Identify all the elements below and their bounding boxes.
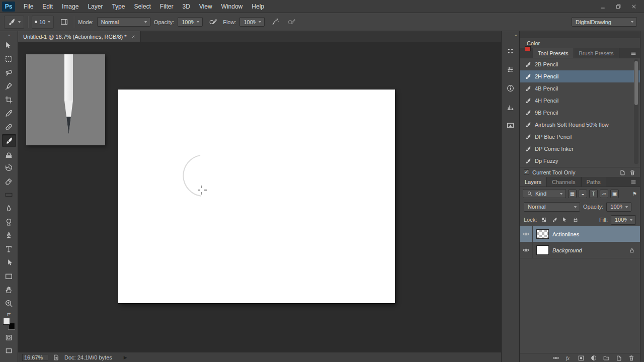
restore-button[interactable]: [611, 2, 625, 11]
menu-view[interactable]: View: [195, 0, 217, 13]
current-tool-only-checkbox[interactable]: ✓: [524, 169, 529, 175]
preset-row[interactable]: 4H Pencil: [520, 95, 640, 107]
tab-paths[interactable]: Paths: [581, 177, 606, 187]
spot-healing-brush-tool[interactable]: [2, 121, 16, 133]
filter-type-button[interactable]: T: [589, 190, 598, 198]
brush-preset-picker[interactable]: 10: [32, 16, 54, 29]
layer-mask-icon[interactable]: [578, 354, 585, 361]
brush-tool[interactable]: [2, 134, 16, 147]
dock-expand-icon[interactable]: «: [515, 33, 517, 38]
tab-channels[interactable]: Channels: [546, 177, 581, 187]
pen-tool[interactable]: [2, 229, 16, 242]
blur-tool[interactable]: [2, 202, 16, 215]
panel-menu-icon[interactable]: [630, 178, 637, 186]
eraser-tool[interactable]: [2, 175, 16, 188]
zoom-tool[interactable]: [2, 297, 16, 310]
pressure-size-button[interactable]: [285, 16, 298, 28]
lock-position-button[interactable]: [561, 216, 569, 224]
layer-opacity-select[interactable]: 100%: [606, 202, 631, 212]
reference-image-pencil[interactable]: [26, 54, 105, 145]
document-canvas[interactable]: [118, 89, 395, 303]
dodge-tool[interactable]: [2, 216, 16, 228]
histogram-panel-button[interactable]: [504, 101, 517, 113]
crop-tool[interactable]: [2, 94, 16, 106]
layer-row-actionlines[interactable]: Actionlines: [520, 226, 640, 242]
filter-adjustment-button[interactable]: ◒: [579, 190, 587, 198]
tab-close-icon[interactable]: [131, 35, 135, 39]
toolbar-collapse-icon[interactable]: »: [8, 33, 10, 39]
new-preset-icon[interactable]: [619, 169, 626, 176]
preset-row[interactable]: DP Blue Pencil: [520, 131, 640, 143]
flow-select[interactable]: 100%: [239, 17, 265, 27]
lasso-tool[interactable]: [2, 66, 16, 79]
screen-mode-button[interactable]: [3, 345, 16, 356]
brush-presets-panel-button[interactable]: [504, 45, 517, 57]
link-layers-icon[interactable]: [552, 354, 559, 361]
swap-colors-icon[interactable]: ⇄: [7, 312, 11, 317]
blend-mode-select[interactable]: Normal: [97, 17, 150, 27]
lock-pixels-button[interactable]: [550, 216, 558, 224]
preset-row[interactable]: 9B Pencil: [520, 107, 640, 119]
tab-brush-presets[interactable]: Brush Presets: [574, 48, 619, 58]
menu-image[interactable]: Image: [57, 0, 83, 13]
menu-filter[interactable]: Filter: [155, 0, 178, 13]
tab-layers[interactable]: Layers: [520, 177, 546, 187]
preset-scrollbar[interactable]: [634, 59, 638, 164]
layer-blend-mode-select[interactable]: Normal: [524, 202, 580, 212]
filter-smart-object-button[interactable]: ▣: [610, 190, 619, 198]
quick-selection-tool[interactable]: [2, 80, 16, 93]
layer-thumbnail[interactable]: [536, 245, 549, 255]
airbrush-button[interactable]: [268, 16, 281, 28]
fill-select[interactable]: 100%: [611, 215, 636, 225]
visibility-toggle[interactable]: [520, 226, 533, 242]
clone-source-panel-button[interactable]: [504, 63, 517, 75]
opacity-select[interactable]: 100%: [178, 17, 203, 27]
navigator-panel-button[interactable]: [504, 119, 517, 131]
new-layer-icon[interactable]: [615, 354, 622, 361]
gradient-tool[interactable]: [2, 189, 16, 201]
zoom-level-field[interactable]: 16.67%: [22, 354, 48, 361]
rectangle-tool[interactable]: [2, 270, 16, 283]
scrollbar-thumb[interactable]: [634, 61, 638, 105]
visibility-toggle[interactable]: [520, 242, 533, 258]
rectangular-marquee-tool[interactable]: [2, 53, 16, 65]
layer-row-background[interactable]: Background: [520, 242, 640, 258]
menu-window[interactable]: Window: [217, 0, 248, 13]
document-tab[interactable]: Untitled-1 @ 16.7% (Actionlines, RGB/8) …: [18, 31, 141, 42]
preset-row[interactable]: 2B Pencil: [520, 58, 640, 70]
menu-type[interactable]: Type: [107, 0, 129, 13]
layer-filter-select[interactable]: Kind: [523, 189, 566, 198]
lock-all-button[interactable]: [572, 216, 579, 224]
move-tool[interactable]: [2, 39, 16, 52]
delete-layer-icon[interactable]: [628, 354, 635, 361]
lock-transparent-button[interactable]: [540, 216, 547, 224]
eyedropper-tool[interactable]: [2, 107, 16, 120]
history-brush-tool[interactable]: [2, 161, 16, 174]
hand-tool[interactable]: [2, 284, 16, 296]
filter-shape-button[interactable]: ▱: [600, 190, 608, 198]
menu-file[interactable]: File: [19, 0, 38, 13]
toggle-brush-panel-button[interactable]: [57, 16, 70, 28]
path-selection-tool[interactable]: [2, 256, 16, 269]
clone-stamp-tool[interactable]: [2, 148, 16, 160]
filter-pixel-button[interactable]: ▦: [568, 190, 577, 198]
menu-help[interactable]: Help: [247, 0, 269, 13]
preset-row[interactable]: Dp Fuzzy: [520, 155, 640, 167]
menu-edit[interactable]: Edit: [38, 0, 57, 13]
status-expand-icon[interactable]: ▶: [124, 355, 127, 360]
tool-preset-picker[interactable]: [4, 16, 24, 29]
preset-row-selected[interactable]: 2H Pencil: [520, 70, 640, 82]
workspace-select[interactable]: DigitalDrawing: [572, 17, 637, 27]
color-panel-swatch[interactable]: [525, 46, 531, 51]
filter-toggle-icon[interactable]: ⚑: [632, 191, 637, 197]
minimize-button[interactable]: [596, 2, 610, 11]
info-panel-button[interactable]: [504, 82, 517, 94]
color-panel-header[interactable]: Color: [520, 38, 640, 48]
new-group-icon[interactable]: [603, 354, 610, 361]
menu-select[interactable]: Select: [129, 0, 155, 13]
close-button[interactable]: [627, 2, 641, 11]
foreground-color-swatch[interactable]: [3, 318, 10, 325]
canvas-area[interactable]: [18, 42, 501, 352]
layer-style-fx-icon[interactable]: [565, 354, 572, 361]
pressure-opacity-button[interactable]: [206, 16, 219, 28]
